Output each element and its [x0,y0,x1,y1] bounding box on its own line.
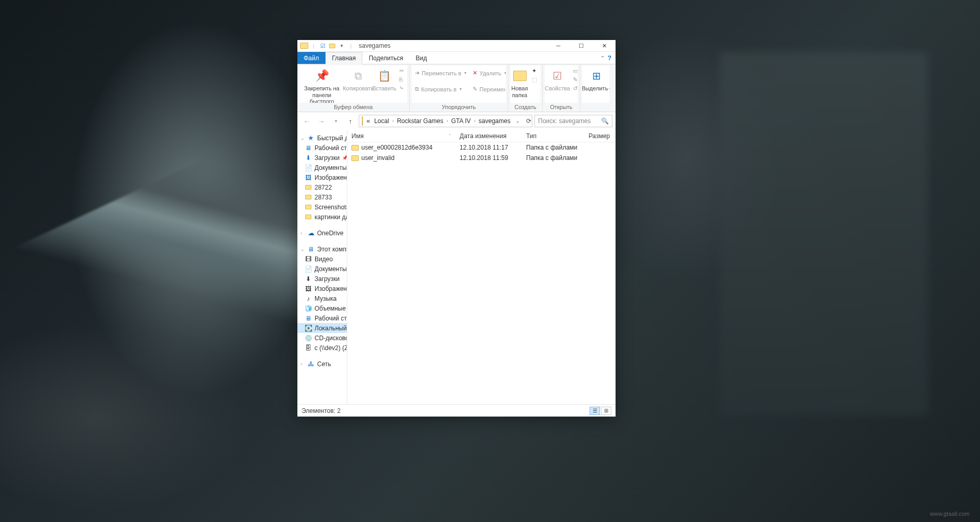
properties-button[interactable]: ☑ Свойства [545,65,570,92]
maximize-button[interactable]: ☐ [570,40,593,51]
back-button[interactable]: ← [300,115,313,127]
chevron-right-icon[interactable]: › [473,118,477,124]
breadcrumb-item[interactable]: savegames [477,117,513,125]
tree-item-folder[interactable]: Screenshots [297,202,347,212]
tree-item-3d-objects[interactable]: 🧊Объемные объекты [297,303,347,313]
file-row[interactable]: user_invalid 12.10.2018 11:59 Папка с фа… [347,153,616,163]
breadcrumb-item[interactable]: Rockstar Games [395,117,445,125]
qat-customize-icon[interactable]: ▾ [337,41,346,50]
tree-item-music[interactable]: ♪Музыка [297,293,347,303]
tree-item-videos[interactable]: 🎞Видео [297,254,347,264]
icons-view-button[interactable]: ⊞ [601,407,611,415]
easy-access-button[interactable]: ⬚ [529,75,540,84]
cut-button[interactable]: ✂ [396,66,407,75]
chevron-down-icon[interactable]: ⌄ [300,136,305,141]
paste-shortcut-button[interactable]: ⤷ [396,84,407,92]
tree-item-desktop[interactable]: 🖥Рабочий стол📌 [297,143,347,153]
chevron-right-icon[interactable]: › [300,362,305,367]
quick-access-toolbar: | ☑ ▾ | [297,41,356,50]
move-to-button[interactable]: ➜Переместить в [412,69,469,77]
tab-share[interactable]: Поделиться [362,52,409,64]
tree-item-folder[interactable]: картинки для статей [297,212,347,222]
title-bar[interactable]: | ☑ ▾ | savegames ─ ☐ ✕ [297,40,616,52]
forward-button[interactable]: → [315,115,328,127]
path-icon: ⎘ [399,76,403,83]
close-button[interactable]: ✕ [593,40,616,51]
breadcrumb[interactable]: « Local › Rockstar Games › GTA IV › save… [359,115,532,127]
file-row[interactable]: user_e00002812d6e3934 12.10.2018 11:17 П… [347,142,616,153]
select-button[interactable]: ⊞ Выделить [582,65,609,92]
breadcrumb-item[interactable]: GTA IV [449,117,473,125]
tab-file[interactable]: Файл [297,52,325,64]
disk-icon: 💽 [305,325,312,332]
chevron-right-icon[interactable]: › [300,231,305,236]
documents-icon: 📄 [305,265,312,273]
edit-button[interactable]: ✎ [570,75,578,84]
minimize-button[interactable]: ─ [547,40,570,51]
group-label-new: Создать [511,103,540,112]
copy-path-button[interactable]: ⎘ [396,75,407,84]
tree-item-pictures[interactable]: 🖼Изображения [297,284,347,293]
new-folder-button[interactable]: Новая папка [511,65,529,98]
tree-item-pictures[interactable]: 🖼Изображения📌 [297,172,347,182]
tree-item-desktop[interactable]: 🖥Рабочий стол [297,313,347,323]
column-type[interactable]: Тип [522,132,584,140]
scissors-icon: ✂ [399,68,404,74]
history-button[interactable]: ↺ [570,84,578,93]
tree-item-local-disk[interactable]: 💽Локальный диск (C:) [297,323,347,333]
tab-home[interactable]: Главная [325,52,363,64]
tab-view[interactable]: Вид [409,52,433,64]
tree-this-pc[interactable]: ⌄ 🖥 Этот компьютер [297,244,347,254]
column-size[interactable]: Размер [584,132,616,140]
help-icon[interactable]: ? [608,55,611,62]
tree-item-folder[interactable]: 28722 [297,182,347,192]
refresh-button[interactable]: ⟳ [523,117,532,125]
tree-network[interactable]: › 🖧 Сеть [297,359,347,369]
pin-to-quick-access-button[interactable]: 📌 Закрепить на панели быстрого доступа [299,65,344,103]
move-icon: ➜ [415,70,420,76]
new-item-button[interactable]: ✦ [529,66,540,75]
column-headers: Имя˄ Дата изменения Тип Размер [347,130,616,142]
paste-button[interactable]: 📋 Вставить [372,65,396,92]
chevron-down-icon[interactable]: ⌄ [300,247,305,252]
tree-item-downloads[interactable]: ⬇Загрузки📌 [297,153,347,163]
open-button[interactable]: ▭ [570,66,578,75]
details-view-button[interactable]: ☰ [590,407,600,415]
breadcrumb-dropdown[interactable]: ⌄ [513,118,523,124]
tree-item-folder[interactable]: 28733 [297,192,347,202]
qat-separator: | [309,41,318,50]
navigation-pane[interactable]: ⌄ ★ Быстрый доступ 🖥Рабочий стол📌 ⬇Загру… [297,130,347,404]
delete-button[interactable]: ✕Удалить [469,69,506,77]
recent-locations-button[interactable]: ▾ [330,115,342,127]
up-button[interactable]: ↑ [344,115,357,127]
chevron-right-icon[interactable]: › [446,118,449,124]
file-list[interactable]: Имя˄ Дата изменения Тип Размер user_e000… [347,130,616,404]
tree-item-cd-drive[interactable]: 💿CD-дисковод (E:) [297,333,347,343]
tree-item-documents[interactable]: 📄Документы [297,264,347,274]
new-folder-qat-icon[interactable] [328,41,337,50]
pictures-icon: 🖼 [305,174,312,181]
rename-button[interactable]: ✎Переименовать [469,85,506,93]
search-input[interactable]: Поиск: savegames 🔍 [534,115,612,127]
copy-button[interactable]: ⧉ Копировать [344,65,372,92]
tree-onedrive[interactable]: › ☁ OneDrive [297,228,347,238]
folder-icon [305,184,312,191]
file-name: user_invalid [347,154,455,162]
chevron-right-icon[interactable]: › [391,118,395,124]
tree-item-network-drive[interactable]: 🗄c (\\dev2) (Z:) [297,343,347,353]
tree-item-downloads[interactable]: ⬇Загрузки [297,274,347,284]
ribbon-collapse[interactable]: ⌃ ? [600,52,616,64]
ribbon: 📌 Закрепить на панели быстрого доступа ⧉… [297,64,616,112]
column-date[interactable]: Дата изменения [455,132,522,140]
address-bar: ← → ▾ ↑ « Local › Rockstar Games › GTA I… [297,112,616,130]
history-icon: ↺ [573,85,578,92]
search-icon: 🔍 [601,117,609,125]
copy-to-button[interactable]: ⧉Копировать в [412,85,469,93]
tree-item-documents[interactable]: 📄Документы📌 [297,163,347,172]
new-folder-icon [512,68,528,84]
tree-quick-access[interactable]: ⌄ ★ Быстрый доступ [297,133,347,143]
column-name[interactable]: Имя˄ [347,132,455,140]
folder-icon [305,194,312,201]
breadcrumb-item[interactable]: Local [372,117,391,125]
properties-qat-icon[interactable]: ☑ [318,41,328,50]
